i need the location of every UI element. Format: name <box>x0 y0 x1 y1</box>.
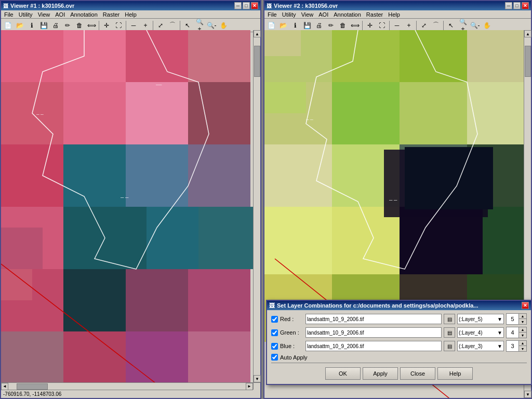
v2-tool-zoomin[interactable]: 🔍+ <box>457 20 469 31</box>
viewer1-menu-help[interactable]: Help <box>123 11 139 18</box>
viewer2-minimize[interactable]: ─ <box>505 2 512 9</box>
viewer2-menu-utility[interactable]: Utility <box>280 11 298 18</box>
viewer1-menu-raster[interactable]: Raster <box>101 11 122 18</box>
auto-apply-checkbox[interactable] <box>271 354 278 361</box>
viewer2-menu-annotation[interactable]: Annotation <box>331 11 363 18</box>
v2-tool-zoomout[interactable]: 🔍- <box>469 20 481 31</box>
blue-browse-btn[interactable]: ▤ <box>444 341 455 351</box>
red-dropdown-arrow: ▼ <box>497 316 502 322</box>
v2-tool-stretch[interactable]: ⟺ <box>349 20 361 31</box>
green-spinner-value[interactable]: 4 <box>507 327 519 338</box>
tool-plus[interactable]: + <box>140 20 151 31</box>
green-file-input[interactable]: landsattm_10_9_2006.tif <box>305 327 442 338</box>
hscroll-right[interactable]: ► <box>246 383 253 390</box>
viewer1-scrollbar-h[interactable]: ◄ ► <box>1 382 253 390</box>
apply-button[interactable]: Apply <box>363 367 398 380</box>
viewer2-menu-raster[interactable]: Raster <box>364 11 385 18</box>
blue-layer-dropdown[interactable]: (:Layer_3) ▼ <box>457 341 504 351</box>
tool-erase[interactable]: 🗑 <box>74 20 85 31</box>
red-browse-btn[interactable]: ▤ <box>444 314 455 324</box>
tool-open[interactable]: 📂 <box>14 20 25 31</box>
tool-fullscreen[interactable]: ⛶ <box>113 20 124 31</box>
v2-tool-pointer[interactable]: ↖ <box>445 20 457 31</box>
v2-tool-roam[interactable]: ✛ <box>364 20 376 31</box>
viewer2-title: Viewer #2 : k301056.ovr <box>274 3 338 9</box>
green-spinner-up[interactable]: ▲ <box>519 327 526 332</box>
blue-spinner-up[interactable]: ▲ <box>519 341 526 346</box>
viewer1-menu-view[interactable]: View <box>36 11 52 18</box>
close-button[interactable]: Close <box>400 367 435 380</box>
svg-rect-1 <box>63 30 126 82</box>
viewer1-maximize[interactable]: □ <box>243 2 250 9</box>
v2-tool-save[interactable]: 💾 <box>301 20 313 31</box>
v2-tool-erase[interactable]: 🗑 <box>337 20 349 31</box>
tool-aoi[interactable]: ✏ <box>62 20 73 31</box>
v2-tool-new[interactable]: 📄 <box>265 20 277 31</box>
v2-tool-select[interactable]: ⤢ <box>418 20 430 31</box>
v2-tool-pan[interactable]: ✋ <box>481 20 493 31</box>
v2-vscroll-thumb[interactable] <box>525 46 531 77</box>
hscroll-left[interactable]: ◄ <box>1 383 8 390</box>
ok-button[interactable]: OK <box>325 367 361 380</box>
red-spinner-up[interactable]: ▲ <box>519 314 526 319</box>
red-layer-dropdown[interactable]: (:Layer_5) ▼ <box>457 314 504 324</box>
scroll-down[interactable]: ▼ <box>254 375 261 382</box>
viewer2-menu-file[interactable]: File <box>265 11 279 18</box>
v2-tool-aoi[interactable]: ✏ <box>325 20 337 31</box>
vscroll-thumb[interactable] <box>254 46 260 77</box>
blue-spinner-value[interactable]: 3 <box>507 341 519 351</box>
v2-tool-open[interactable]: 📂 <box>277 20 289 31</box>
dialog-close-btn[interactable]: ✕ <box>522 302 529 309</box>
hscroll-thumb[interactable] <box>17 383 48 390</box>
green-checkbox[interactable] <box>271 329 278 336</box>
v2-tool-curve[interactable]: ⌒ <box>430 20 442 31</box>
tool-stretch[interactable]: ⟺ <box>86 20 97 31</box>
tool-select[interactable]: ⤢ <box>155 20 166 31</box>
tool-zoomout[interactable]: 🔍- <box>206 20 217 31</box>
v2-tool-fullscreen[interactable]: ⛶ <box>376 20 388 31</box>
blue-checkbox[interactable] <box>271 343 278 350</box>
tool-zoomin[interactable]: 🔍+ <box>194 20 205 31</box>
viewer1-menu-aoi[interactable]: AOI <box>53 11 67 18</box>
tool-roam[interactable]: ✛ <box>101 20 112 31</box>
viewer2-close[interactable]: ✕ <box>522 2 529 9</box>
viewer2-menu-aoi[interactable]: AOI <box>316 11 330 18</box>
viewer2-menu-view[interactable]: View <box>299 11 316 18</box>
tool-pan[interactable]: ✋ <box>218 20 229 31</box>
viewer1-menu-utility[interactable]: Utility <box>17 11 35 18</box>
green-label: Green : <box>280 329 303 336</box>
help-button[interactable]: Help <box>437 367 473 380</box>
viewer1-canvas[interactable]: ─ ─ ─ ─ ── <box>1 30 253 382</box>
red-file-input[interactable]: landsattm_10_9_2006.tif <box>305 314 442 324</box>
viewer1-titlebar: 🖼 Viewer #1 : k301056.ovr ─ □ ✕ <box>1 1 260 10</box>
viewer1-menu-annotation[interactable]: Annotation <box>68 11 100 18</box>
red-spinner-value[interactable]: 5 <box>507 314 519 324</box>
v2-tool-minus[interactable]: ─ <box>391 20 403 31</box>
tool-minus[interactable]: ─ <box>128 20 139 31</box>
v2-scroll-up[interactable]: ▲ <box>524 30 531 37</box>
viewer1-menu-file[interactable]: File <box>2 11 16 18</box>
red-spinner-down[interactable]: ▼ <box>519 319 526 324</box>
tool-new[interactable]: 📄 <box>2 20 14 31</box>
tool-print[interactable]: 🖨 <box>50 20 61 31</box>
scroll-up[interactable]: ▲ <box>254 30 261 37</box>
tool-info[interactable]: ℹ <box>26 20 37 31</box>
tool-save[interactable]: 💾 <box>38 20 49 31</box>
green-browse-btn[interactable]: ▤ <box>444 327 455 338</box>
blue-spinner-down[interactable]: ▼ <box>519 346 526 351</box>
red-checkbox[interactable] <box>271 316 278 323</box>
viewer2-maximize[interactable]: □ <box>513 2 521 9</box>
v2-tool-info[interactable]: ℹ <box>289 20 301 31</box>
viewer1-close[interactable]: ✕ <box>251 2 258 9</box>
tool-curve[interactable]: ⌒ <box>167 20 178 31</box>
v2-scroll-down[interactable]: ▼ <box>524 391 531 398</box>
viewer1-scrollbar-v[interactable]: ▲ ▼ <box>253 30 260 382</box>
v2-tool-plus[interactable]: + <box>403 20 415 31</box>
v2-tool-print[interactable]: 🖨 <box>313 20 325 31</box>
green-layer-dropdown[interactable]: (:Layer_4) ▼ <box>457 327 504 338</box>
blue-file-input[interactable]: landsattm_10_9_2006.tif <box>305 341 442 351</box>
viewer1-minimize[interactable]: ─ <box>234 2 242 9</box>
viewer2-menu-help[interactable]: Help <box>386 11 402 18</box>
tool-pointer[interactable]: ↖ <box>182 20 193 31</box>
green-spinner-down[interactable]: ▼ <box>519 332 526 338</box>
